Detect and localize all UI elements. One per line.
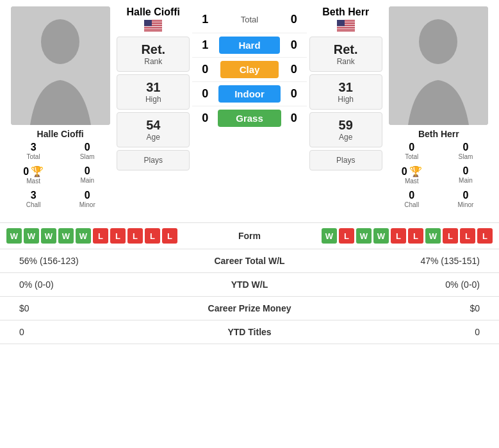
right-total-label: Total	[388, 153, 436, 160]
right-age-label: Age	[315, 133, 377, 142]
right-total-value: 0	[388, 142, 436, 153]
right-trophy-icon: 🏆	[409, 165, 422, 178]
stats-row-2: $0 Career Prize Money $0	[0, 296, 499, 320]
right-form-badge: L	[460, 228, 475, 244]
left-slam-label: Slam	[63, 153, 111, 160]
left-mast-label: Mast	[9, 178, 58, 185]
left-plays-label: Plays	[122, 156, 184, 165]
right-mast-label: Mast	[388, 178, 436, 185]
right-header: Beth Herr	[309, 6, 382, 34]
left-stat-main: 0 Main	[60, 163, 114, 187]
right-mast-value: 0 🏆	[388, 165, 436, 178]
right-chall-value: 0	[388, 190, 436, 201]
svg-rect-15	[144, 20, 152, 26]
left-player-name: Halle Cioffi	[37, 129, 84, 139]
svg-rect-24	[337, 27, 355, 28]
grass-badge: Grass	[218, 110, 281, 127]
svg-rect-13	[144, 29, 162, 30]
stats-right-0: 47% (135-151)	[314, 256, 493, 266]
stats-row-3: 0 YTD Titles 0	[0, 320, 499, 344]
right-form-badge: W	[322, 228, 337, 244]
left-stats-row2: 0 🏆 Mast 0 Main	[6, 163, 114, 187]
left-stats-row1: 3 Total 0 Slam	[6, 139, 114, 163]
left-minor-value: 0	[63, 190, 111, 201]
right-stat-mast: 0 🏆 Mast	[385, 163, 439, 187]
left-middle-stats: Halle Cioffi	[117, 6, 190, 170]
clay-badge: Clay	[220, 61, 279, 78]
indoor-right-score: 0	[281, 87, 307, 101]
indoor-left-score: 0	[192, 87, 218, 101]
surface-grass-row: 0 Grass 0	[192, 106, 307, 130]
left-stats-row3: 3 Chall 0 Minor	[6, 187, 114, 211]
hard-left-score: 1	[192, 38, 218, 52]
right-high-value: 31	[315, 80, 377, 95]
left-header-name: Halle Cioffi	[117, 6, 190, 18]
stats-row-0: 56% (156-123) Career Total W/L 47% (135-…	[0, 249, 499, 272]
left-rank-label: Rank	[122, 57, 184, 66]
svg-rect-29	[337, 20, 345, 26]
stats-left-3: 0	[6, 327, 186, 337]
left-form-badge: L	[127, 228, 143, 244]
right-form-badge: L	[391, 228, 406, 244]
right-form-badge: L	[408, 228, 423, 244]
left-form-badge: W	[58, 228, 74, 244]
total-label: Total	[218, 15, 281, 24]
right-minor-value: 0	[441, 190, 490, 201]
total-left-score: 1	[192, 13, 218, 26]
surface-indoor-row: 0 Indoor 0	[192, 82, 307, 106]
right-player-name: Beth Herr	[418, 129, 459, 139]
left-stat-minor: 0 Minor	[60, 187, 114, 211]
right-stat-total: 0 Total	[385, 139, 439, 163]
svg-point-1	[41, 19, 79, 64]
left-form-badge: L	[162, 228, 177, 244]
right-form-badge: W	[425, 228, 441, 244]
left-slam-value: 0	[63, 142, 111, 153]
stats-center-3: YTD Titles	[186, 327, 314, 337]
right-stat-slam: 0 Slam	[439, 139, 493, 163]
left-age-box: 54 Age	[117, 112, 190, 147]
right-chall-label: Chall	[388, 201, 436, 208]
svg-rect-28	[337, 30, 355, 31]
left-form-badges: WWWWWLLLLL	[6, 228, 218, 244]
left-player-photo	[11, 6, 110, 125]
hard-badge: Hard	[219, 37, 279, 54]
left-ret-rank-box: Ret. Rank	[117, 37, 190, 72]
right-main-label: Main	[441, 177, 490, 184]
stats-center-2: Career Prize Money	[186, 303, 314, 313]
right-ret-label: Ret.	[315, 42, 377, 57]
stats-left-2: $0	[6, 303, 186, 313]
right-ret-rank-box: Ret. Rank	[309, 37, 382, 72]
left-chall-label: Chall	[9, 201, 58, 208]
left-stat-slam: 0 Slam	[60, 139, 114, 163]
left-player-area: Halle Cioffi 3 Total 0 Slam 0 🏆	[6, 6, 114, 211]
svg-rect-27	[337, 29, 355, 30]
left-high-value: 31	[122, 80, 184, 95]
svg-rect-12	[144, 29, 162, 29]
svg-rect-9	[144, 26, 162, 26]
left-high-box: 31 High	[117, 74, 190, 110]
right-player-photo	[389, 6, 488, 125]
stats-right-2: $0	[314, 303, 493, 313]
left-total-label: Total	[9, 153, 58, 160]
left-age-label: Age	[122, 133, 184, 142]
left-main-value: 0	[63, 165, 111, 177]
right-rank-label: Rank	[315, 57, 377, 66]
stats-row-1: 0% (0-0) YTD W/L 0% (0-0)	[0, 272, 499, 296]
surface-total-row: 1 Total 0	[192, 6, 307, 33]
right-form-badge: L	[477, 228, 493, 244]
left-form-badge: W	[41, 228, 56, 244]
clay-right-score: 0	[281, 63, 307, 76]
surface-clay-row: 0 Clay 0	[192, 58, 307, 82]
clay-left-score: 0	[192, 63, 218, 76]
right-age-value: 59	[315, 118, 377, 133]
stats-left-0: 56% (156-123)	[6, 256, 186, 266]
hard-right-score: 0	[281, 38, 307, 52]
left-stat-total: 3 Total	[6, 139, 60, 163]
right-flag-icon	[337, 20, 355, 31]
right-stat-main: 0 Main	[439, 163, 493, 187]
left-minor-label: Minor	[63, 201, 111, 208]
right-high-box: 31 High	[309, 74, 382, 110]
right-form-badge: L	[443, 228, 458, 244]
left-mast-value: 0 🏆	[9, 165, 58, 178]
right-main-value: 0	[441, 165, 490, 177]
